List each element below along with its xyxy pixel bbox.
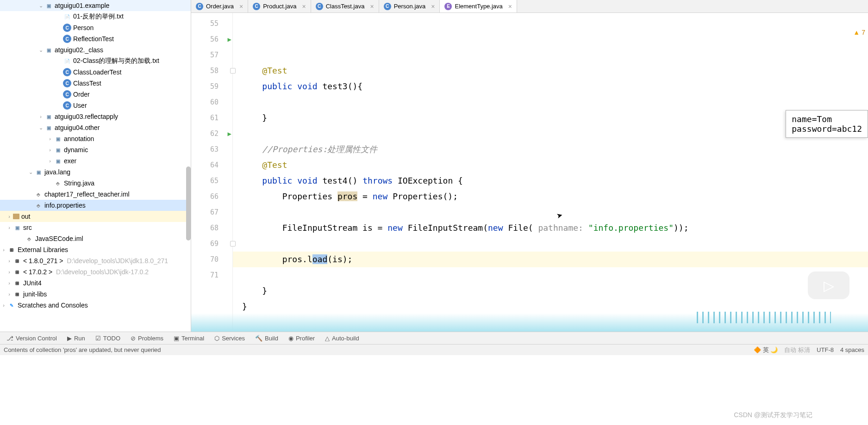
tree-item[interactable]: ·CClassLoaderTest <box>0 67 191 78</box>
tree-item[interactable]: ›⊞JUnit4 <box>0 277 191 289</box>
tree-item[interactable]: ›▣annotation <box>0 133 191 144</box>
line-number: 63 <box>191 142 232 157</box>
tool-window-button[interactable]: △Auto-build <box>320 332 364 344</box>
close-icon[interactable]: × <box>370 3 374 10</box>
close-icon[interactable]: × <box>239 3 243 10</box>
tree-item[interactable]: ·⬘chapter17_reflect_teacher.iml <box>0 189 191 200</box>
code-line[interactable]: public void test4() throws IOException { <box>233 173 868 189</box>
chevron-down-icon[interactable]: ⌄ <box>37 3 44 9</box>
tool-icon: ▶ <box>67 335 72 342</box>
chevron-right-icon[interactable]: › <box>37 114 44 119</box>
enum-icon: E <box>444 3 452 10</box>
editor-tab[interactable]: COrder.java× <box>191 0 248 12</box>
tree-item[interactable]: ·CClassTest <box>0 78 191 89</box>
tree-item[interactable]: ·⬘info.properties <box>0 200 191 211</box>
run-gutter-icon[interactable]: ▶ <box>228 36 231 43</box>
chevron-down-icon[interactable]: ⌄ <box>37 125 44 131</box>
code-line[interactable] <box>233 204 868 220</box>
tool-window-button[interactable]: ▣Terminal <box>169 332 209 344</box>
tree-item[interactable]: ›⊞< 17.0.2 >D:\develop_tools\JDK\jdk-17.… <box>0 266 191 277</box>
tool-window-button[interactable]: ▶Run <box>62 332 90 344</box>
chevron-right-icon[interactable]: › <box>6 269 13 275</box>
tree-item[interactable]: ›⊞External Libraries <box>0 244 191 255</box>
code-line[interactable]: } <box>233 283 868 299</box>
tree-item[interactable]: ›▣src <box>0 222 191 233</box>
tab-label: ClassTest.java <box>326 3 365 10</box>
tree-item[interactable]: ›out <box>0 211 191 222</box>
tree-item[interactable]: ·CUser <box>0 100 191 111</box>
status-indent[interactable]: 4 spaces <box>840 346 864 353</box>
code-line[interactable]: pros.load(is); <box>233 252 868 267</box>
code-line[interactable]: @Test <box>233 157 868 173</box>
library-icon: ⊞ <box>13 268 21 276</box>
chevron-right-icon[interactable]: › <box>6 280 13 286</box>
chevron-right-icon[interactable]: › <box>6 225 13 230</box>
tree-item[interactable]: ›⊞< 1.8.0_271 >D:\develop_tools\JDK\jdk1… <box>0 255 191 266</box>
tree-item[interactable]: ·⬘String.java <box>0 178 191 189</box>
chevron-right-icon[interactable]: › <box>6 291 13 297</box>
tree-item[interactable]: ›▣atguigu03.reflectapply <box>0 111 191 122</box>
class-icon: C <box>63 79 71 87</box>
code-line[interactable]: @Test <box>233 63 868 79</box>
close-icon[interactable]: × <box>302 3 306 10</box>
tool-window-button[interactable]: ⎇Version Control <box>2 332 62 344</box>
tree-item[interactable]: ›✎Scratches and Consoles <box>0 300 191 311</box>
tool-window-button[interactable]: 🔨Build <box>250 332 283 344</box>
tool-icon: 🔨 <box>255 335 262 342</box>
code-line[interactable]: public void test3(){ <box>233 79 868 94</box>
tree-item[interactable]: ›▣dynamic <box>0 144 191 155</box>
video-play-overlay[interactable]: ▷ <box>808 271 849 299</box>
code-line[interactable] <box>233 236 868 252</box>
editor-tab[interactable]: CClassTest.java× <box>311 0 379 12</box>
code-line[interactable]: //Properties:处理属性文件 <box>233 142 868 157</box>
tool-window-button[interactable]: ⬡Services <box>210 332 250 344</box>
code-line[interactable]: Properties pros = new Properties(); <box>233 189 868 204</box>
code-editor[interactable]: 5556▶575859606162▶636465666768697071 ➤ @… <box>191 13 868 332</box>
chevron-right-icon[interactable]: › <box>6 214 13 219</box>
tool-window-button[interactable]: ☑TODO <box>91 332 125 344</box>
tree-item[interactable]: ⌄▣java.lang <box>0 166 191 178</box>
chevron-right-icon[interactable]: › <box>46 147 54 153</box>
code-line[interactable] <box>233 126 868 142</box>
chevron-right-icon[interactable]: › <box>46 158 54 164</box>
code-line[interactable] <box>233 314 868 330</box>
code-line[interactable] <box>233 94 868 110</box>
chevron-right-icon[interactable]: › <box>0 247 7 253</box>
code-line[interactable]: } <box>233 299 868 314</box>
status-encoding[interactable]: UTF-8 <box>817 346 834 353</box>
chevron-down-icon[interactable]: ⌄ <box>37 47 44 53</box>
warning-badge[interactable]: ▲ 7 <box>853 29 865 36</box>
status-ime[interactable]: 🔶 英 🌙 <box>754 346 778 354</box>
tree-item[interactable]: ⌄▣atguigu04.other <box>0 122 191 133</box>
close-icon[interactable]: × <box>431 3 435 10</box>
project-tree[interactable]: ⌄▣atguigu01.example·📄01-反射的举例.txt·CPerso… <box>0 0 191 332</box>
code-line[interactable]: FileInputStream is = new FileInputStream… <box>233 220 868 236</box>
chevron-right-icon[interactable]: › <box>46 136 54 142</box>
tree-item[interactable]: ›▣exer <box>0 155 191 166</box>
tree-item[interactable]: ⌄▣atguigu02._class <box>0 44 191 55</box>
code-area[interactable]: ➤ @Test public void test3(){ } //Propert… <box>233 13 868 332</box>
tree-item[interactable]: ⌄▣atguigu01.example <box>0 0 191 11</box>
editor-tab[interactable]: EElementType.java× <box>440 0 517 12</box>
code-line[interactable] <box>233 267 868 283</box>
close-icon[interactable]: × <box>508 3 512 10</box>
tree-scrollbar[interactable] <box>186 166 191 240</box>
folder-icon: ▣ <box>44 123 53 132</box>
tree-item-label: atguigu02._class <box>55 46 103 54</box>
chevron-right-icon[interactable]: › <box>0 302 7 308</box>
tree-item[interactable]: ·📄02-Class的理解与类的加载.txt <box>0 55 191 67</box>
tree-item[interactable]: ·COrder <box>0 89 191 100</box>
tree-item[interactable]: ›⊞junit-libs <box>0 289 191 300</box>
chevron-right-icon[interactable]: › <box>6 258 13 264</box>
tree-item[interactable]: ·📄01-反射的举例.txt <box>0 11 191 22</box>
editor-tab[interactable]: CProduct.java× <box>248 0 311 12</box>
tool-window-button[interactable]: ⊘Problems <box>126 332 168 344</box>
editor-tab[interactable]: CPerson.java× <box>379 0 440 12</box>
run-gutter-icon[interactable]: ▶ <box>228 130 231 137</box>
tree-item[interactable]: ·⬘JavaSECode.iml <box>0 233 191 244</box>
tool-window-button[interactable]: ◉Profiler <box>284 332 319 344</box>
tree-item[interactable]: ·CPerson <box>0 22 191 33</box>
tree-item[interactable]: ·CReflectionTest <box>0 33 191 44</box>
chevron-down-icon[interactable]: ⌄ <box>27 169 34 175</box>
code-line[interactable]: } <box>233 110 868 126</box>
